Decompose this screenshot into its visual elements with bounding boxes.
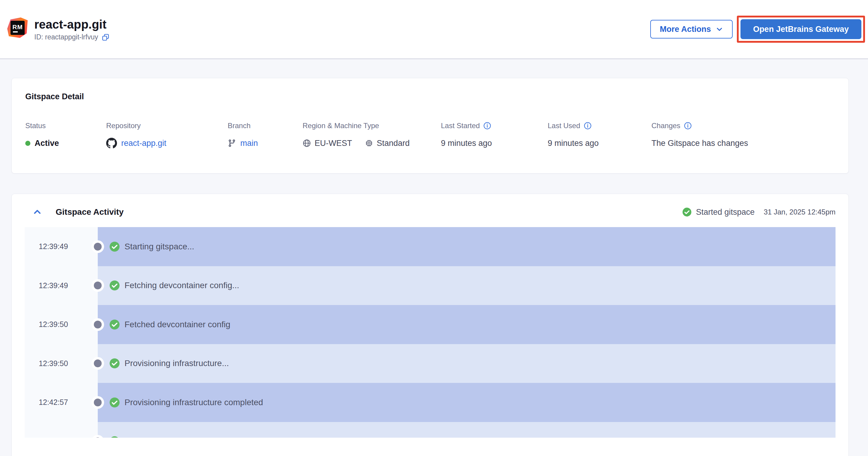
- activity-log-row: 12:42:58 Connecting to the gitspace agen…: [25, 422, 836, 438]
- page-header: RM react-app.git ID: reactappgit-lrfvuy …: [0, 0, 868, 59]
- rubymine-logo-icon: RM: [7, 18, 28, 38]
- timeline-dot-icon: [94, 243, 102, 250]
- git-branch-icon: [228, 139, 236, 147]
- header-actions: More Actions Open JetBrains Gateway: [650, 16, 865, 43]
- activity-log-row: 12:39:50 Fetched devcontainer config: [25, 305, 836, 344]
- page-title: react-app.git: [34, 18, 110, 31]
- success-check-icon: [109, 358, 120, 369]
- timeline-dot-icon: [94, 321, 102, 329]
- branch-label: Branch: [228, 121, 258, 130]
- collapse-activity-button[interactable]: [33, 208, 42, 217]
- field-last-started: Last Started 9 minutes ago: [441, 121, 492, 149]
- rubymine-logo-square: RM: [10, 21, 25, 35]
- log-message: Connecting to the gitspace agent...: [125, 436, 255, 438]
- log-message: Provisioning infrastructure...: [125, 359, 229, 368]
- machine-type-value: Standard: [377, 139, 410, 148]
- last-used-label: Last Used: [548, 122, 580, 130]
- last-used-value: 9 minutes ago: [548, 139, 599, 148]
- field-status: Status Active: [25, 121, 59, 149]
- changes-label: Changes: [651, 122, 680, 130]
- log-entry: Fetching devcontainer config...: [98, 266, 836, 305]
- copy-icon: [102, 33, 110, 41]
- region-group: EU-WEST: [303, 139, 352, 148]
- success-check-icon: [682, 207, 692, 217]
- field-region-machine: Region & Machine Type EU-WEST: [303, 121, 410, 149]
- globe-icon: [303, 139, 311, 147]
- open-jetbrains-gateway-button[interactable]: Open JetBrains Gateway: [741, 19, 861, 39]
- activity-log-row: 12:39:49 Fetching devcontainer config...: [25, 266, 836, 305]
- active-status-dot-icon: [25, 141, 30, 146]
- activity-log-row: 12:39:49 Starting gitspace...: [25, 227, 836, 266]
- gitspace-id: ID: reactappgit-lrfvuy: [34, 33, 98, 41]
- status-value: Active: [35, 139, 59, 148]
- log-message: Fetching devcontainer config...: [125, 281, 239, 290]
- success-check-icon: [109, 436, 120, 438]
- log-timestamp: 12:39:49: [25, 227, 98, 266]
- github-icon: [106, 138, 117, 149]
- log-entry: Connecting to the gitspace agent...: [98, 422, 836, 438]
- timeline-dot-icon: [94, 360, 102, 367]
- success-check-icon: [109, 280, 120, 291]
- field-branch: Branch main: [228, 121, 258, 149]
- field-last-used: Last Used 9 minutes ago: [548, 121, 599, 149]
- copy-id-button[interactable]: [102, 33, 110, 41]
- log-entry: Provisioning infrastructure completed: [98, 383, 836, 422]
- activity-status-time: 31 Jan, 2025 12:45pm: [764, 208, 836, 216]
- timeline-dot-icon: [94, 281, 102, 290]
- field-changes: Changes The Gitspace has changes: [651, 121, 748, 149]
- log-timestamp: 12:39:50: [25, 305, 98, 344]
- info-icon[interactable]: [483, 122, 491, 130]
- success-check-icon: [109, 397, 120, 408]
- repository-label: Repository: [106, 121, 166, 130]
- activity-status: Started gitspace 31 Jan, 2025 12:45pm: [682, 207, 836, 217]
- rubymine-logo-underscore: [13, 31, 18, 32]
- activity-heading: Gitspace Activity: [56, 207, 124, 217]
- last-started-value: 9 minutes ago: [441, 139, 492, 148]
- info-icon[interactable]: [684, 122, 692, 130]
- field-repository: Repository react-app.git: [106, 121, 166, 149]
- cpu-chip-icon: [365, 139, 373, 147]
- success-check-icon: [109, 319, 120, 330]
- gitspace-activity-card: Gitspace Activity Started gitspace 31 Ja…: [11, 194, 849, 456]
- activity-log-row: 12:39:50 Provisioning infrastructure...: [25, 344, 836, 383]
- more-actions-label: More Actions: [660, 25, 711, 34]
- log-timestamp: 12:39:50: [25, 344, 98, 383]
- rubymine-logo-text: RM: [12, 24, 23, 31]
- log-entry: Provisioning infrastructure...: [98, 344, 836, 383]
- gateway-button-label: Open JetBrains Gateway: [753, 25, 849, 34]
- activity-log-row: 12:42:57 Provisioning infrastructure com…: [25, 383, 836, 422]
- title-texts: react-app.git ID: reactappgit-lrfvuy: [34, 18, 110, 41]
- detail-card-heading: Gitspace Detail: [25, 92, 84, 101]
- more-actions-button[interactable]: More Actions: [650, 20, 733, 38]
- last-started-label: Last Started: [441, 122, 480, 130]
- chevron-up-icon: [33, 208, 42, 217]
- log-message: Fetched devcontainer config: [125, 320, 230, 329]
- machine-group: Standard: [365, 139, 410, 148]
- region-machine-label: Region & Machine Type: [303, 121, 410, 130]
- chevron-down-icon: [716, 26, 723, 33]
- gitspace-id-row: ID: reactappgit-lrfvuy: [34, 33, 110, 41]
- repository-link[interactable]: react-app.git: [121, 139, 166, 148]
- success-check-icon: [109, 241, 120, 252]
- activity-header: Gitspace Activity Started gitspace 31 Ja…: [12, 194, 848, 227]
- log-entry: Starting gitspace...: [98, 227, 836, 266]
- status-label: Status: [25, 121, 59, 130]
- region-value: EU-WEST: [315, 139, 352, 148]
- activity-status-text: Started gitspace: [696, 208, 754, 217]
- log-entry: Fetched devcontainer config: [98, 305, 836, 344]
- activity-log: 12:39:49 Starting gitspace... 12:39:49 F…: [25, 227, 836, 438]
- info-icon[interactable]: [584, 122, 592, 130]
- log-timestamp: 12:42:58: [25, 422, 98, 438]
- timeline-dot-icon: [94, 399, 102, 406]
- log-timestamp: 12:42:57: [25, 383, 98, 422]
- log-timestamp: 12:39:49: [25, 266, 98, 305]
- gateway-button-highlight-box: Open JetBrains Gateway: [737, 16, 865, 43]
- branch-link[interactable]: main: [240, 139, 258, 148]
- title-block: RM react-app.git ID: reactappgit-lrfvuy: [7, 18, 110, 41]
- changes-value: The Gitspace has changes: [651, 139, 748, 148]
- log-message: Starting gitspace...: [125, 242, 194, 251]
- gitspace-detail-card: Gitspace Detail Status Active Repository…: [11, 78, 849, 174]
- log-message: Provisioning infrastructure completed: [125, 398, 263, 407]
